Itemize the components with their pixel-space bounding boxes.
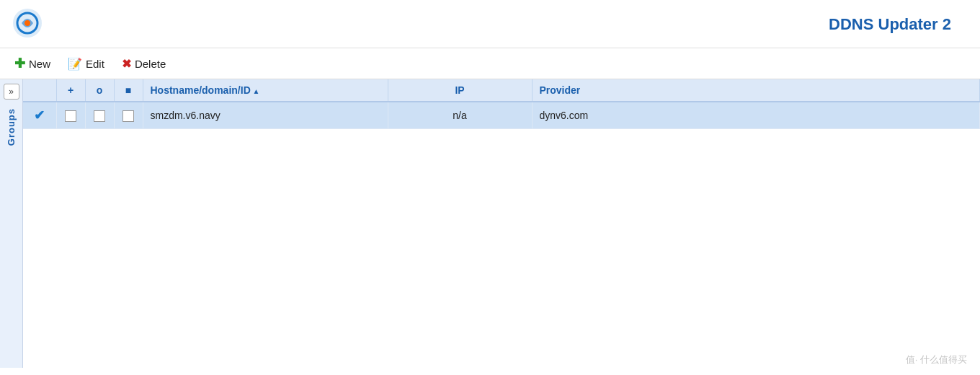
col-header-plus[interactable]: + bbox=[56, 79, 85, 102]
plus-checkbox bbox=[65, 110, 76, 122]
row-hostname: smzdm.v6.navy bbox=[143, 102, 388, 129]
toolbar: ✚ New 📝 Edit ✖ Delete bbox=[0, 48, 980, 79]
col-header-provider[interactable]: Provider bbox=[532, 79, 980, 102]
o-checkbox bbox=[94, 110, 105, 122]
col-header-ip[interactable]: IP bbox=[388, 79, 532, 102]
app-title: DDNS Updater 2 bbox=[829, 15, 951, 34]
col-header-square[interactable]: ■ bbox=[114, 79, 143, 102]
sidebar: » Groups bbox=[0, 79, 23, 368]
table-area: + o ■ Hostname/domain/ID IP Provider ✔sm… bbox=[23, 79, 980, 368]
row-provider: dynv6.com bbox=[532, 102, 980, 129]
row-plus-cell[interactable] bbox=[56, 102, 85, 129]
col-header-hostname[interactable]: Hostname/domain/ID bbox=[143, 79, 388, 102]
table-header: + o ■ Hostname/domain/ID IP Provider bbox=[23, 79, 980, 102]
new-icon: ✚ bbox=[14, 56, 25, 71]
delete-icon: ✖ bbox=[122, 57, 131, 71]
chevron-right-icon: » bbox=[9, 87, 14, 97]
main-area: » Groups + o ■ Hostname/domain/ID IP Pro… bbox=[0, 79, 980, 368]
col-header-check bbox=[23, 79, 56, 102]
checkmark-icon: ✔ bbox=[34, 108, 45, 123]
row-checkbox[interactable]: ✔ bbox=[23, 102, 56, 129]
svg-point-2 bbox=[24, 20, 30, 26]
edit-button[interactable]: 📝 Edit bbox=[65, 56, 107, 72]
row-o-cell[interactable] bbox=[85, 102, 114, 129]
ddns-table: + o ■ Hostname/domain/ID IP Provider ✔sm… bbox=[23, 79, 980, 129]
app-logo bbox=[12, 7, 43, 42]
row-sq-cell[interactable] bbox=[114, 102, 143, 129]
delete-label: Delete bbox=[135, 58, 166, 70]
watermark: 值· 什么值得买 bbox=[906, 353, 967, 366]
table-body: ✔smzdm.v6.navyn/adynv6.com bbox=[23, 102, 980, 129]
row-ip: n/a bbox=[388, 102, 532, 129]
edit-icon: 📝 bbox=[68, 57, 82, 71]
header: DDNS Updater 2 bbox=[0, 0, 980, 48]
edit-label: Edit bbox=[86, 58, 104, 70]
table-row[interactable]: ✔smzdm.v6.navyn/adynv6.com bbox=[23, 102, 980, 129]
delete-button[interactable]: ✖ Delete bbox=[119, 56, 169, 72]
new-label: New bbox=[29, 58, 50, 70]
sidebar-groups-label[interactable]: Groups bbox=[6, 108, 17, 146]
sidebar-collapse-button[interactable]: » bbox=[4, 84, 19, 100]
sq-checkbox bbox=[122, 110, 134, 122]
col-header-o[interactable]: o bbox=[85, 79, 114, 102]
new-button[interactable]: ✚ New bbox=[12, 54, 53, 73]
